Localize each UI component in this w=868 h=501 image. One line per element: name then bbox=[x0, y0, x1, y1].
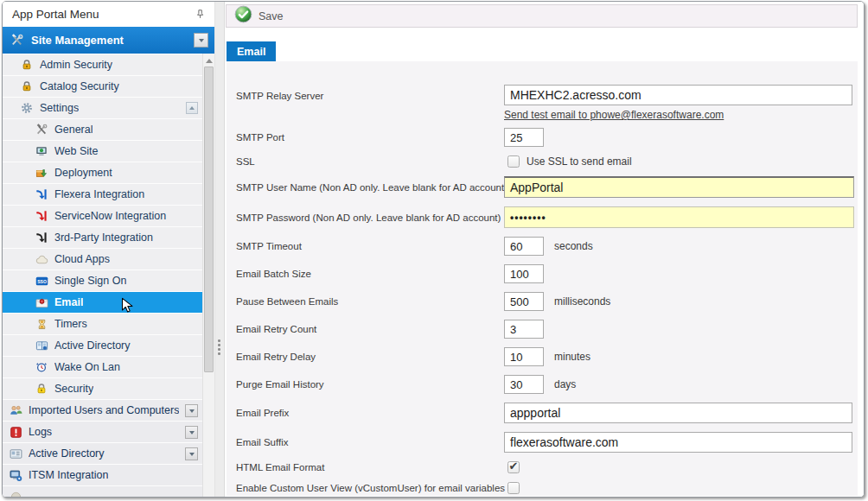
form-row-purge-email-history: Purge Email History30days bbox=[236, 375, 858, 394]
sidebar-item-servicenow-integration[interactable]: ServiceNow Integration bbox=[3, 206, 202, 226]
collapse-button[interactable] bbox=[186, 102, 198, 114]
send-test-email-link[interactable]: Send test email to phowe@flexerasoftware… bbox=[504, 109, 724, 121]
pin-icon[interactable] bbox=[193, 8, 207, 22]
arrow-blue-icon bbox=[35, 187, 48, 201]
form-row-html-email-format: HTML Email Format bbox=[236, 461, 858, 473]
scrollbar-thumb[interactable] bbox=[204, 67, 214, 372]
arrow-red-icon bbox=[35, 209, 48, 223]
sidebar-item-timers[interactable]: Timers bbox=[3, 314, 202, 334]
input-value: AppPortal bbox=[510, 181, 563, 194]
sidebar-item-partial[interactable] bbox=[3, 486, 202, 497]
field-label: Email Suffix bbox=[236, 437, 504, 447]
section-dropdown-button[interactable] bbox=[194, 33, 208, 48]
scroll-up-button[interactable] bbox=[203, 54, 214, 67]
email-retry-count-input[interactable]: 3 bbox=[504, 320, 544, 339]
input-value: 60 bbox=[510, 240, 522, 253]
tab-email[interactable]: Email bbox=[227, 41, 276, 61]
sidebar-item-active-directory[interactable]: Active Directory bbox=[3, 443, 202, 464]
sidebar-item-email[interactable]: Email bbox=[3, 292, 202, 313]
form-row-email-suffix: Email Suffixflexerasoftware.com bbox=[236, 432, 858, 453]
sidebar-item-wake-on-lan[interactable]: Wake On Lan bbox=[3, 357, 202, 377]
app-window: App Portal Menu Site Management Admin Se… bbox=[2, 1, 865, 498]
sidebar-item-cloud-apps[interactable]: Cloud Apps bbox=[3, 249, 202, 270]
html-email-format-checkbox[interactable] bbox=[507, 461, 520, 473]
sidebar-item-label: Deployment bbox=[54, 167, 112, 179]
sidebar-item-label: Imported Users and Computers bbox=[29, 404, 179, 416]
smtp-timeout-input[interactable]: 60 bbox=[504, 237, 544, 256]
sidebar-scrollbar[interactable] bbox=[202, 54, 214, 497]
form-row-email-retry-delay: Email Retry Delay10minutes bbox=[236, 347, 858, 366]
arrow-black-icon bbox=[35, 231, 48, 244]
input-value: 25 bbox=[510, 131, 522, 144]
enable-custom-user-view-vcustomuser-for-email-variables-checkbox[interactable] bbox=[507, 482, 520, 494]
gear-icon bbox=[20, 101, 34, 115]
pause-between-emails-input[interactable]: 500 bbox=[504, 292, 544, 311]
itsm-computer-icon bbox=[9, 468, 22, 482]
field-label: Enable Custom User View (vCustomUser) fo… bbox=[236, 483, 504, 493]
sidebar-section-site-management[interactable]: Site Management bbox=[3, 27, 214, 54]
email-retry-delay-input[interactable]: 10 bbox=[504, 347, 544, 366]
sidebar-item-security[interactable]: Security bbox=[3, 378, 202, 399]
field-label: SMTP User Name (Non AD only. Leave blank… bbox=[236, 182, 504, 193]
smtp-relay-server-input[interactable]: MHEXHC2.acresso.com bbox=[504, 85, 852, 105]
sidebar-item-label: Web Site bbox=[54, 145, 99, 157]
tools-gray-icon bbox=[35, 123, 48, 136]
expand-dropdown-button[interactable] bbox=[185, 426, 198, 439]
alarm-clock-icon bbox=[35, 360, 48, 374]
sidebar-item-single-sign-on[interactable]: SSOSingle Sign On bbox=[3, 270, 202, 291]
sidebar-item-settings[interactable]: Settings bbox=[3, 98, 202, 118]
field-control: AppPortal bbox=[504, 176, 854, 198]
field-label: Email Batch Size bbox=[236, 269, 504, 279]
sidebar-item-logs[interactable]: Logs bbox=[3, 422, 202, 442]
sidebar-item-list: Admin SecurityCatalog SecuritySettingsGe… bbox=[3, 54, 202, 497]
sidebar-item-itsm-integration[interactable]: ITSM Integration bbox=[3, 465, 202, 485]
field-control: 25 bbox=[504, 128, 544, 147]
sidebar-item-active-directory[interactable]: Active Directory bbox=[3, 335, 202, 356]
sidebar-item-admin-security[interactable]: Admin Security bbox=[3, 54, 202, 75]
purge-email-history-input[interactable]: 30 bbox=[504, 375, 544, 394]
field-control bbox=[504, 482, 520, 494]
expand-dropdown-button[interactable] bbox=[185, 447, 198, 460]
tab-label: Email bbox=[237, 46, 265, 58]
sidebar-item-web-site[interactable]: Web Site bbox=[3, 141, 202, 162]
email-batch-size-input[interactable]: 100 bbox=[504, 264, 544, 283]
package-icon bbox=[35, 166, 48, 180]
input-value: flexerasoftware.com bbox=[510, 435, 618, 449]
smtp-port-input[interactable]: 25 bbox=[504, 128, 544, 147]
ssl-checkbox[interactable] bbox=[507, 155, 520, 168]
field-label: Email Prefix bbox=[236, 408, 504, 418]
unit-label: days bbox=[554, 378, 576, 390]
input-value: 100 bbox=[510, 268, 529, 281]
sidebar-item-label: Active Directory bbox=[29, 447, 105, 460]
form-row-email-retry-count: Email Retry Count3 bbox=[236, 320, 858, 339]
sidebar-item-flexera-integration[interactable]: Flexera Integration bbox=[3, 184, 202, 205]
field-label: Purge Email History bbox=[236, 379, 504, 390]
form-row-enable-custom-user-view-vcustomuser-for-email-variables: Enable Custom User View (vCustomUser) fo… bbox=[236, 482, 858, 494]
email-prefix-input[interactable]: appportal bbox=[504, 403, 852, 423]
smtp-user-name-non-ad-only-leave-blank-for-ad-account-input[interactable]: AppPortal bbox=[504, 176, 854, 198]
sidebar-item-label: Security bbox=[54, 383, 93, 395]
sidebar-item-catalog-security[interactable]: Catalog Security bbox=[3, 76, 202, 97]
form-row-pause-between-emails: Pause Between Emails500milliseconds bbox=[236, 292, 858, 311]
email-suffix-input[interactable]: flexerasoftware.com bbox=[504, 432, 852, 453]
contact-card-icon bbox=[9, 447, 22, 460]
sidebar-item-3rd-party-integration[interactable]: 3rd-Party Integration bbox=[3, 227, 202, 248]
field-control: Use SSL to send email bbox=[504, 155, 632, 168]
input-value: •••••••• bbox=[510, 212, 546, 224]
toolbar: Save bbox=[226, 4, 858, 28]
sidebar-item-label: Admin Security bbox=[40, 59, 112, 71]
form-row-smtp-timeout: SMTP Timeout60seconds bbox=[236, 237, 858, 256]
sidebar-item-deployment[interactable]: Deployment bbox=[3, 162, 202, 183]
field-control: 60seconds bbox=[504, 237, 593, 256]
panel-splitter[interactable] bbox=[215, 2, 225, 497]
field-control: 100 bbox=[504, 264, 544, 283]
sidebar-item-general[interactable]: General bbox=[3, 119, 202, 140]
splitter-handle-icon[interactable] bbox=[218, 339, 220, 355]
section-label: Site Management bbox=[31, 34, 124, 47]
expand-dropdown-button[interactable] bbox=[185, 404, 198, 417]
save-button[interactable]: Save bbox=[234, 5, 284, 27]
smtp-password-non-ad-only-leave-blank-for-ad-account-input[interactable]: •••••••• bbox=[504, 206, 854, 228]
form-row-smtp-port: SMTP Port25 bbox=[236, 128, 858, 147]
unit-label: minutes bbox=[554, 351, 590, 363]
sidebar-item-imported-users-and-computers[interactable]: Imported Users and Computers bbox=[3, 400, 202, 421]
